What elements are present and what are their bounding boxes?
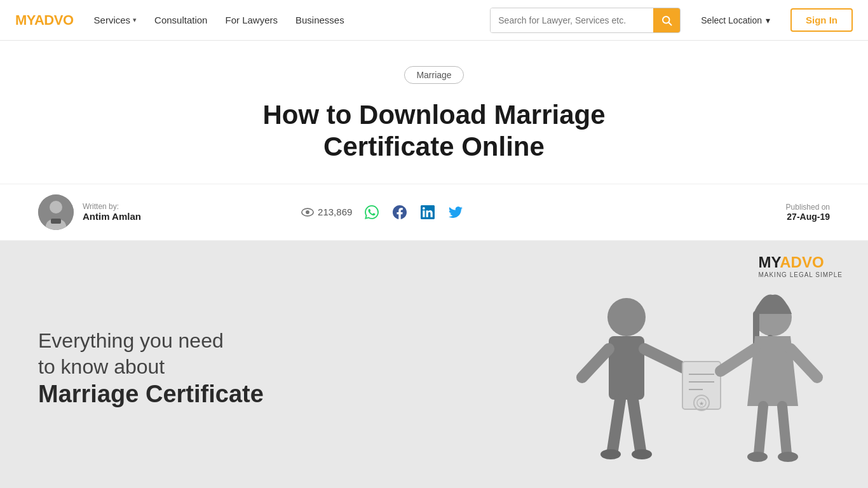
linkedin-share-icon[interactable] bbox=[418, 203, 437, 222]
social-share-icons bbox=[362, 203, 465, 222]
nav-for-lawyers[interactable]: For Lawyers bbox=[225, 15, 278, 25]
select-location-button[interactable]: Select Location ▾ bbox=[701, 15, 770, 25]
navbar: MYADVO Services ▾ Consultation For Lawye… bbox=[0, 0, 868, 41]
svg-rect-5 bbox=[51, 219, 61, 224]
written-by-label: Written by: bbox=[83, 202, 141, 211]
search-button[interactable] bbox=[653, 8, 680, 32]
hero-line1: Everything you need to know about bbox=[38, 328, 264, 381]
facebook-share-icon[interactable] bbox=[390, 203, 409, 222]
published-label: Published on bbox=[786, 203, 830, 212]
author-row: Written by: Antim Amlan 213,869 bbox=[0, 184, 868, 241]
svg-rect-9 bbox=[609, 336, 644, 400]
article-title: How to Download Marriage Certificate Onl… bbox=[205, 99, 663, 163]
published-date: 27-Aug-19 bbox=[787, 212, 830, 222]
brand-advo: ADVO bbox=[34, 12, 74, 28]
search-icon bbox=[661, 15, 672, 26]
twitter-share-icon[interactable] bbox=[446, 203, 465, 222]
nav-businesses[interactable]: Businesses bbox=[295, 15, 344, 25]
hero-illustration: ★ bbox=[563, 279, 830, 488]
svg-line-1 bbox=[669, 22, 672, 25]
svg-line-13 bbox=[633, 400, 641, 451]
whatsapp-share-icon[interactable] bbox=[362, 203, 381, 222]
social-stats: 213,869 bbox=[301, 203, 465, 222]
sign-in-button[interactable]: Sign In bbox=[790, 8, 853, 32]
nav-links: Services ▾ Consultation For Lawyers Busi… bbox=[94, 15, 470, 25]
eye-icon bbox=[301, 208, 314, 217]
article-header: Marriage How to Download Marriage Certif… bbox=[0, 41, 868, 163]
svg-line-28 bbox=[759, 406, 763, 454]
svg-point-31 bbox=[778, 452, 798, 462]
hero-banner: Everything you need to know about Marria… bbox=[0, 241, 868, 488]
search-input[interactable] bbox=[491, 8, 653, 32]
brand-my: MY bbox=[15, 12, 34, 28]
brand-logo[interactable]: MYADVO bbox=[15, 12, 74, 29]
svg-line-12 bbox=[613, 400, 620, 451]
svg-line-10 bbox=[582, 349, 609, 377]
published-info: Published on 27-Aug-19 bbox=[786, 203, 830, 222]
svg-line-26 bbox=[721, 349, 755, 371]
hero-logo-text: MYADVO bbox=[758, 254, 843, 271]
hero-line3: Marriage Certificate bbox=[38, 381, 264, 408]
svg-point-7 bbox=[306, 210, 309, 214]
search-bar bbox=[490, 8, 681, 33]
view-count: 213,869 bbox=[301, 207, 352, 217]
services-chevron-icon: ▾ bbox=[133, 16, 137, 24]
svg-point-30 bbox=[747, 452, 768, 462]
svg-point-15 bbox=[632, 449, 652, 459]
author-avatar bbox=[38, 194, 74, 230]
hero-logo: MYADVO MAKING LEGAL SIMPLE bbox=[758, 254, 843, 278]
nav-services[interactable]: Services ▾ bbox=[94, 15, 137, 25]
location-chevron-icon: ▾ bbox=[766, 15, 770, 25]
author-info: Written by: Antim Amlan bbox=[83, 202, 141, 222]
hero-logo-subtitle: MAKING LEGAL SIMPLE bbox=[758, 271, 843, 278]
svg-point-8 bbox=[607, 298, 646, 336]
svg-point-14 bbox=[600, 449, 621, 459]
svg-line-29 bbox=[782, 406, 787, 454]
svg-point-3 bbox=[50, 201, 62, 214]
avatar-image bbox=[38, 194, 74, 230]
hero-text: Everything you need to know about Marria… bbox=[38, 328, 264, 408]
nav-consultation[interactable]: Consultation bbox=[154, 15, 207, 25]
svg-text:★: ★ bbox=[699, 400, 704, 407]
illustration-svg: ★ bbox=[563, 279, 830, 488]
author-name: Antim Amlan bbox=[83, 211, 141, 222]
svg-point-0 bbox=[663, 17, 670, 24]
category-badge[interactable]: Marriage bbox=[404, 66, 463, 84]
